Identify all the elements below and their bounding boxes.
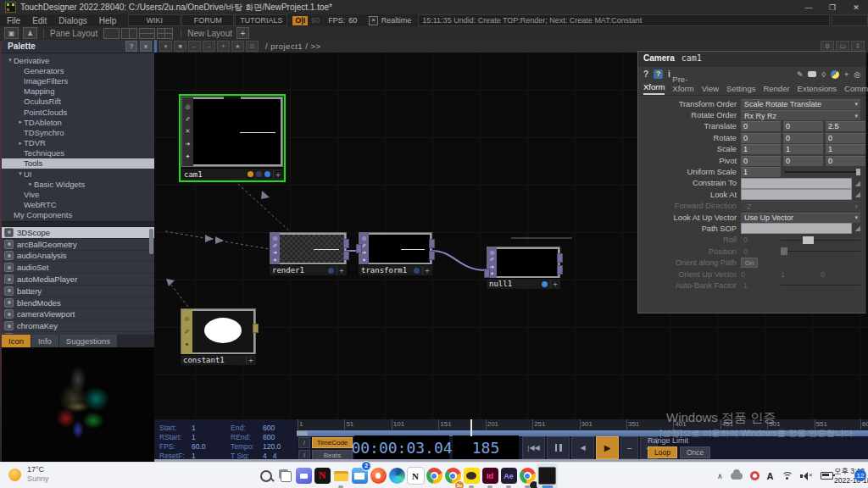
layout-split-horizontal-button[interactable] xyxy=(139,28,155,39)
transform1-input-connector[interactable] xyxy=(356,244,362,253)
preview-tab-icon[interactable]: Icon xyxy=(2,335,31,347)
node-constant1[interactable]: ◎✐✦ constant1 + xyxy=(181,308,256,365)
palette-tree-item-generators[interactable]: Generators xyxy=(2,65,154,75)
frame-display[interactable]: 185 xyxy=(453,435,519,459)
pane-stop-button[interactable]: ■ xyxy=(174,41,186,52)
chat-icon[interactable] xyxy=(294,463,313,488)
ime-korean-icon[interactable]: A xyxy=(767,471,774,481)
link-forum[interactable]: FORUM xyxy=(181,14,234,26)
add-parameter-icon[interactable]: + xyxy=(844,70,849,79)
chrome-2-icon[interactable] xyxy=(518,463,537,488)
field-value[interactable]: 1 xyxy=(192,452,196,460)
transform1-output-connector[interactable] xyxy=(429,239,435,248)
node-transform1[interactable]: ◎✐➔✦ transform1 + xyxy=(359,232,432,275)
chrome-profile-icon[interactable]: 2u xyxy=(443,463,462,488)
timeline-ruler[interactable]: 151101151201251301351401451501551600 xyxy=(297,419,868,431)
constant1-name-label[interactable]: constant1 + xyxy=(181,354,256,365)
palette-tree-item-derivative[interactable]: ▾Derivative xyxy=(2,55,154,65)
param-position-slider[interactable] xyxy=(781,251,860,252)
touchdesigner-icon[interactable] xyxy=(537,463,558,488)
param-tab-common[interactable]: Common xyxy=(844,84,868,95)
palette-tree-item-techniques[interactable]: Techniques xyxy=(2,148,154,158)
playhead[interactable] xyxy=(470,419,472,436)
range-once-button[interactable]: Once xyxy=(680,446,710,458)
tree-closed-arrow-icon[interactable]: ▸ xyxy=(17,140,24,147)
field-value[interactable]: 120.0 xyxy=(263,442,281,451)
anchor-pane-button[interactable]: ♟ xyxy=(23,27,37,39)
palette-tree-item-vive[interactable]: Vive xyxy=(2,189,154,199)
pause-button[interactable] xyxy=(547,436,570,459)
start-icon[interactable] xyxy=(238,463,257,488)
python-help-icon[interactable]: ? xyxy=(654,69,663,79)
title-bar[interactable]: TouchDesigner 2022.28040: C:/Users/2u.na… xyxy=(0,0,868,14)
operator-name-field[interactable]: cam1 xyxy=(682,53,702,63)
param-roll-slider[interactable] xyxy=(781,240,860,241)
render1-blue-flag[interactable] xyxy=(328,268,334,274)
palette-tree-item-tdableton[interactable]: ▸TDAbleton xyxy=(2,117,154,127)
param-rotate-z-field[interactable]: 0 xyxy=(826,133,865,143)
palette-item-automediaplayer[interactable]: autoMediaPlayer xyxy=(2,274,154,286)
field-value[interactable]: 600 xyxy=(263,433,275,441)
comment-icon[interactable] xyxy=(808,71,816,77)
palette-item-audioset[interactable]: audioSet xyxy=(2,262,154,274)
python-mode-icon[interactable] xyxy=(831,70,839,79)
parameter-header[interactable]: Camera cam1 xyxy=(638,52,865,67)
close-button[interactable]: ✕ xyxy=(844,0,868,14)
render1-output-connector[interactable] xyxy=(343,239,349,248)
help-icon[interactable]: ? xyxy=(643,69,648,79)
palette-close-button[interactable]: x xyxy=(140,41,152,52)
timecode-display[interactable]: 00:00:03.04 xyxy=(354,435,449,459)
param-rotate-order-dropdown[interactable]: Rx Ry Rz▾ xyxy=(741,110,860,120)
null1-blue-flag[interactable] xyxy=(542,281,548,287)
param-translate-x-field[interactable]: 0 xyxy=(741,121,781,131)
palette-tree-item-tools[interactable]: Tools xyxy=(2,158,154,169)
menu-help[interactable]: Help xyxy=(99,16,117,25)
netflix-icon[interactable]: N xyxy=(313,463,331,488)
cam1-viewer[interactable] xyxy=(193,99,281,164)
range-grip[interactable] xyxy=(297,431,308,435)
bookmark-pane-button[interactable]: ▣ xyxy=(4,27,19,39)
notion-icon[interactable]: N xyxy=(406,463,425,488)
param-transform-order-dropdown[interactable]: Scale Rotate Translate▾ xyxy=(741,99,860,109)
after-effects-icon[interactable]: Ae xyxy=(499,463,518,488)
palette-tree-item-webrtc[interactable]: WebRTC xyxy=(2,200,154,210)
param-uniform-scale-field-input[interactable]: 1 xyxy=(741,167,781,177)
palette-tree-item-tdsynchro[interactable]: TDSynchro xyxy=(2,127,154,137)
palette-tree-item-oculusrift[interactable]: OculusRift xyxy=(2,97,154,107)
cam1-expand-button[interactable]: + xyxy=(273,170,282,179)
add-operator-button[interactable]: + xyxy=(217,41,230,52)
render1-output2-connector[interactable] xyxy=(343,251,349,260)
bypass-flag-icon[interactable]: ✕ xyxy=(186,128,191,135)
constant1-flag-strip[interactable]: ◎✐✦ xyxy=(181,309,192,354)
param-constrain-to-input[interactable] xyxy=(741,178,852,189)
cam1-name-label[interactable]: cam1 + xyxy=(181,168,283,180)
pick-flag-icon[interactable]: ✦ xyxy=(186,153,191,160)
tree-closed-arrow-icon[interactable]: ▸ xyxy=(17,119,24,125)
kakaotalk-icon[interactable] xyxy=(462,463,481,488)
forward-button[interactable]: → xyxy=(203,41,215,52)
null1-input-connector[interactable] xyxy=(484,269,490,278)
layout-grid-button[interactable] xyxy=(157,28,173,39)
preview-tab-suggestions[interactable]: Suggestions xyxy=(59,335,118,347)
info-icon[interactable]: i xyxy=(668,69,670,79)
menu-dialogs[interactable]: Dialogs xyxy=(58,16,86,25)
indesign-icon[interactable]: Id xyxy=(481,463,499,488)
transform1-viewer[interactable] xyxy=(369,235,430,263)
op-picker-icon[interactable]: ◢ xyxy=(852,225,860,232)
cam1-orange-flag[interactable] xyxy=(248,171,253,177)
clock[interactable]: 오후 3:13 2022-10-18 xyxy=(834,467,856,485)
onedrive-icon[interactable] xyxy=(731,473,743,480)
render1-name-label[interactable]: render1 + xyxy=(270,264,347,275)
pane-type-dropdown[interactable]: ▾ xyxy=(159,41,172,52)
lock-path-button[interactable]: ⚿ xyxy=(246,41,259,52)
play-reverse-button[interactable]: ◀ xyxy=(571,436,594,459)
param-auto-bank-factor-slider[interactable] xyxy=(781,285,860,286)
null1-viewer[interactable] xyxy=(497,249,558,276)
palette-item-cameraviewport[interactable]: cameraViewport xyxy=(2,309,154,321)
constant1-viewer[interactable] xyxy=(192,311,253,352)
param-tab-xform[interactable]: Xform xyxy=(643,82,665,95)
palette-item-arcballgeometry[interactable]: arcBallGeometry xyxy=(2,239,154,251)
pencil-edit-icon[interactable]: ✎ xyxy=(797,70,804,79)
node-null1[interactable]: ◎✐➔✦ null1 + xyxy=(487,247,560,289)
clone-flag-icon[interactable]: ✐ xyxy=(186,116,191,123)
